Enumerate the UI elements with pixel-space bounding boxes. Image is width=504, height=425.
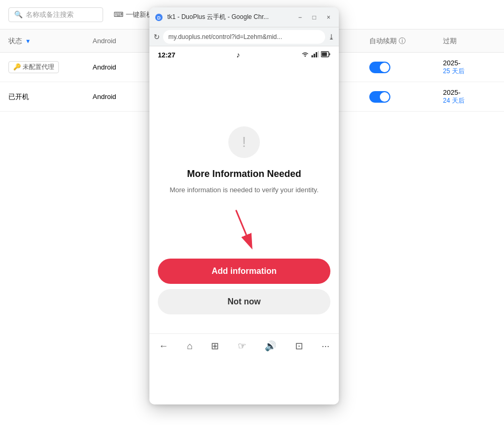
svg-rect-8 <box>329 53 330 55</box>
chrome-favicon: D <box>155 13 163 22</box>
phone-statusbar: 12:27 ♪ <box>149 46 339 63</box>
nav-home-icon[interactable]: ⌂ <box>183 337 197 356</box>
add-information-button[interactable]: Add information <box>158 259 330 284</box>
svg-rect-9 <box>322 52 327 56</box>
svg-rect-3 <box>311 55 313 57</box>
music-icon: ♪ <box>236 51 240 59</box>
phone-dialog-content: ! More Information Needed More informati… <box>149 63 339 325</box>
nav-back-icon[interactable]: ← <box>155 337 173 356</box>
chrome-titlebar: D tk1 - DuoPlus 云手机 - Google Chr... − □ … <box>149 7 339 27</box>
close-button[interactable]: × <box>324 13 334 22</box>
nav-screen-icon[interactable]: ⊡ <box>291 336 307 356</box>
not-now-button[interactable]: Not now <box>158 289 330 314</box>
nav-touch-icon[interactable]: ☞ <box>234 336 250 356</box>
dialog-title: More Information Needed <box>187 169 301 180</box>
col-header-status: 状态 ▼ <box>8 36 93 46</box>
wifi-icon <box>301 51 309 59</box>
new-machine-icon: ⌨ <box>114 11 124 18</box>
download-icon[interactable]: ⤓ <box>328 33 335 41</box>
row2-toggle[interactable] <box>369 91 390 103</box>
alert-icon: ! <box>242 135 246 150</box>
col-header-expire: 过期 <box>443 36 496 46</box>
alert-icon-container: ! <box>228 126 260 158</box>
svg-rect-4 <box>314 54 315 57</box>
filter-icon: ▼ <box>25 38 31 44</box>
row1-expire-days: 25 天后 <box>443 67 496 76</box>
search-box[interactable]: 🔍 名称或备注搜索 <box>8 7 103 22</box>
battery-icon <box>321 51 330 59</box>
svg-text:D: D <box>157 15 161 21</box>
minimize-button[interactable]: − <box>295 13 305 22</box>
col-header-auto-renew: 自动续期 ⓘ <box>369 36 443 46</box>
row1-toggle[interactable] <box>369 62 390 73</box>
chrome-window: D tk1 - DuoPlus 云手机 - Google Chr... − □ … <box>149 7 339 404</box>
chrome-addressbar: ↻ ⤓ <box>149 27 339 46</box>
reload-icon[interactable]: ↻ <box>154 33 160 41</box>
phone-bottom-nav: ← ⌂ ⊞ ☞ 🔊 ⊡ ··· <box>149 333 339 359</box>
down-arrow-icon <box>228 208 260 250</box>
signal-icon <box>311 51 319 59</box>
row1-expire-date: 2025- <box>443 59 496 67</box>
svg-rect-5 <box>316 52 317 57</box>
nav-more-icon[interactable]: ··· <box>317 337 334 356</box>
row2-auto-renew <box>369 91 443 103</box>
dialog-subtitle: More information is needed to verify you… <box>169 185 318 195</box>
status-badge-proxy: 🔑 未配置代理 <box>8 61 59 73</box>
svg-point-2 <box>305 56 306 57</box>
phone-status-icons <box>301 51 330 59</box>
search-icon: 🔍 <box>14 11 23 18</box>
phone-screen: 12:27 ♪ <box>149 46 339 404</box>
row2-expire-date: 2025- <box>443 88 496 96</box>
svg-rect-6 <box>318 51 319 57</box>
action-new-machine[interactable]: ⌨ 一键新机 <box>114 10 153 19</box>
row2-expire-days: 24 天后 <box>443 96 496 105</box>
row1-expire: 2025- 25 天后 <box>443 59 496 76</box>
svg-line-11 <box>236 211 249 242</box>
search-placeholder: 名称或备注搜索 <box>26 10 74 19</box>
row1-status: 🔑 未配置代理 <box>8 61 93 73</box>
maximize-button[interactable]: □ <box>309 13 319 22</box>
nav-apps-icon[interactable]: ⊞ <box>207 336 223 356</box>
row2-expire: 2025- 24 天后 <box>443 88 496 105</box>
chrome-tab-title: tk1 - DuoPlus 云手机 - Google Chr... <box>167 13 291 22</box>
phone-time: 12:27 <box>158 51 175 59</box>
row1-auto-renew <box>369 62 443 73</box>
nav-volume-icon[interactable]: 🔊 <box>260 336 280 356</box>
row2-status: 已开机 <box>8 92 93 102</box>
arrow-container <box>158 208 330 250</box>
address-bar-input[interactable] <box>163 30 325 44</box>
